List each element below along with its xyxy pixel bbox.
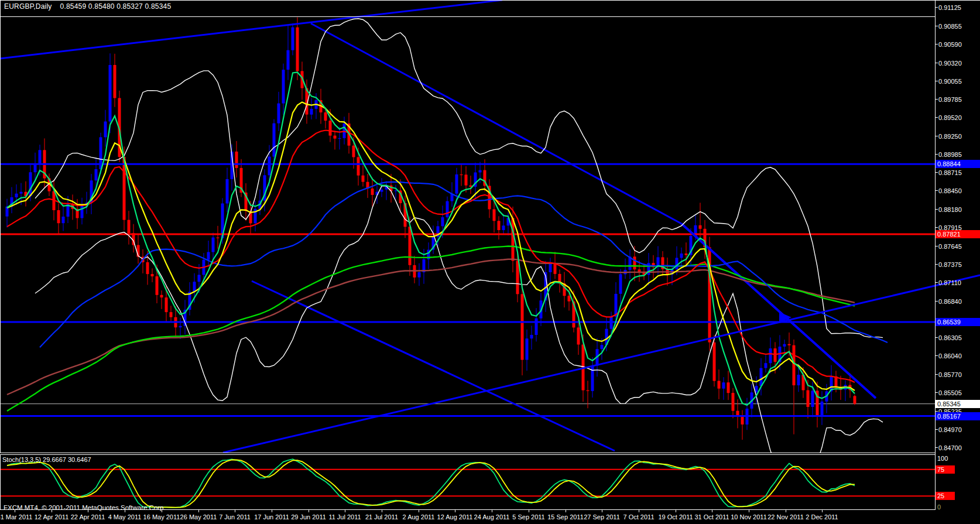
price-tick-label: 0.84700 (936, 444, 962, 452)
price-tick-label: 0.85505 (936, 389, 962, 397)
mt4-chart-window: EURGBP,Daily0.85459 0.85480 0.85327 0.85… (0, 0, 980, 524)
time-tick-mark (749, 510, 749, 512)
time-tick-label: 10 Nov 2011 (731, 513, 767, 520)
symbol-timeframe-label: EURGBP,Daily (4, 2, 52, 11)
time-tick-mark (822, 510, 823, 512)
chart-title: EURGBP,Daily0.85459 0.85480 0.85327 0.85… (4, 2, 171, 11)
time-tick-label: 5 Sep 2011 (512, 513, 544, 520)
time-tick-label: 24 Aug 2011 (474, 513, 510, 520)
price-tick-label: 0.87375 (936, 261, 962, 269)
stochastic-panel[interactable] (0, 459, 935, 508)
time-tick-mark (309, 510, 309, 512)
price-tick-label: 0.88715 (936, 169, 962, 177)
price-tick-label: 0.87645 (936, 242, 962, 251)
time-tick-label: 17 Jun 2011 (254, 513, 289, 520)
price-tick-label: 0.90590 (936, 40, 962, 49)
price-tick-label: 0.90855 (936, 22, 962, 30)
time-tick-label: 12 Aug 2011 (437, 513, 473, 520)
time-tick-mark (382, 510, 382, 512)
price-tick-label: 0.84970 (936, 426, 962, 434)
platform-copyright-label: FXCM MT4, © 2001-2011 MetaQuotes Softwar… (4, 504, 166, 511)
ma-red[interactable] (7, 131, 855, 383)
price-tick-label: 0.88180 (936, 206, 962, 214)
price-tick-label: 0.85770 (936, 371, 962, 379)
price-tick-label: 0.87110 (936, 279, 961, 287)
price-tick-label: 0.89250 (936, 132, 962, 141)
time-tick-mark (602, 510, 602, 512)
price-tick-label: 0.90055 (936, 77, 962, 85)
price-tick-label: 0.90320 (936, 59, 962, 67)
time-tick-label: 22 Nov 2011 (767, 513, 804, 520)
time-tick-label: 29 Jun 2011 (291, 513, 326, 520)
time-tick-label: 7 Oct 2011 (623, 513, 655, 520)
main-chart-canvas[interactable] (0, 0, 980, 524)
time-tick-label: 31 Oct 2011 (694, 513, 729, 520)
time-tick-label: 31 Mar 2011 (0, 513, 32, 520)
ma-yellow[interactable] (7, 102, 855, 391)
ohlc-values-label: 0.85459 0.85480 0.85327 0.85345 (60, 2, 172, 11)
price-tick-label: 0.88985 (936, 150, 962, 159)
time-tick-label: 11 Jul 2011 (328, 513, 361, 520)
price-tick-label: 0.89785 (936, 95, 962, 104)
chart-top-border (0, 16, 935, 17)
price-tick-label: 0.88450 (936, 187, 962, 195)
descending-trendline-main[interactable] (311, 23, 681, 224)
chart-left-border (0, 0, 1, 509)
time-tick-label: 7 Jun 2011 (219, 513, 251, 520)
time-tick-mark (566, 510, 566, 512)
time-tick-label: 21 Jul 2011 (365, 513, 398, 520)
time-tick-label: 19 Oct 2011 (658, 513, 693, 520)
price-tick-label: 0.86840 (936, 297, 962, 306)
time-tick-label: 2 Aug 2011 (403, 513, 435, 520)
stoch-signal-line (7, 460, 855, 507)
price-level-label: 0.85345 (936, 400, 980, 408)
time-tick-label: 22 Apr 2011 (71, 513, 105, 520)
price-level-label: 0.87821 (936, 230, 980, 238)
ascending-trendline-lower[interactable] (223, 275, 980, 453)
price-tick-label: 0.86305 (936, 334, 962, 342)
main-price-panel[interactable] (0, 0, 935, 482)
window-top-border (0, 0, 980, 1)
stoch-scale-label: 100 (936, 454, 955, 463)
price-tick-label: 0.91125 (936, 4, 961, 12)
stochastic-indicator-label: Stoch(13,3,5) 29.6667 30.6467 (2, 456, 91, 463)
time-tick-label: 15 Sep 2011 (547, 513, 584, 520)
time-tick-mark (639, 510, 639, 512)
time-tick-mark (198, 510, 199, 512)
time-tick-mark (786, 510, 786, 512)
stoch-scale-label: 75 (936, 465, 955, 474)
time-tick-label: 26 May 2011 (180, 513, 217, 520)
time-tick-mark (676, 510, 676, 512)
time-tick-label: 16 May 2011 (143, 513, 180, 520)
bull-candle-wicks (7, 23, 845, 430)
time-tick-mark (345, 510, 345, 512)
price-tick-label: 0.86040 (936, 352, 962, 360)
price-level-label: 0.86539 (936, 318, 980, 326)
time-tick-label: 2 Dec 2011 (806, 513, 838, 520)
stoch-scale-label: 25 (936, 492, 955, 500)
time-tick-mark (529, 510, 529, 512)
indicator-window-separator[interactable] (0, 453, 935, 455)
time-tick-label: 4 May 2011 (108, 513, 142, 520)
time-tick-label: 27 Sep 2011 (584, 513, 620, 520)
bollinger-lower-band[interactable] (35, 186, 883, 482)
time-tick-mark (419, 510, 419, 512)
time-tick-mark (272, 510, 272, 512)
price-tick-label: 0.89520 (936, 114, 962, 122)
price-level-label: 0.85167 (936, 412, 980, 420)
stoch-scale-label: 0 (936, 503, 955, 511)
time-tick-mark (492, 510, 492, 512)
time-tick-mark (455, 510, 455, 512)
time-tick-label: 12 Apr 2011 (35, 513, 69, 520)
time-tick-mark (235, 510, 235, 512)
descending-trendline-lower[interactable] (252, 281, 615, 451)
ma-maroon-slow[interactable] (7, 259, 855, 395)
time-tick-mark (712, 510, 712, 512)
price-level-label: 0.88844 (936, 160, 980, 168)
